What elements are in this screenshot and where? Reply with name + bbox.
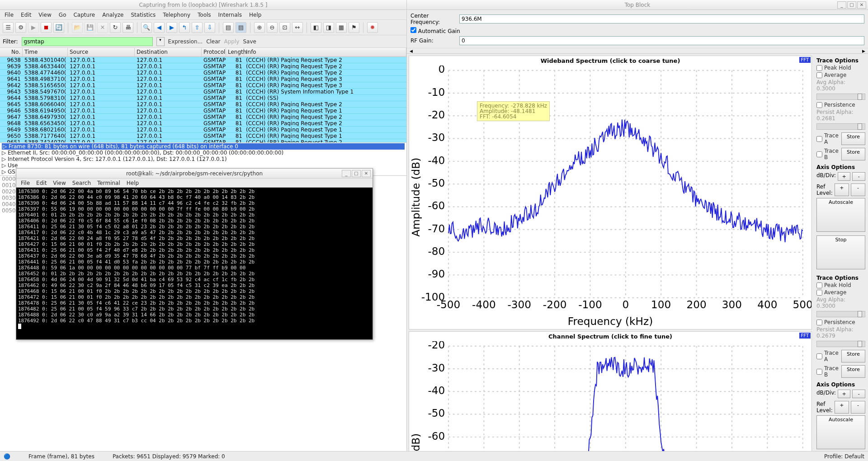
menu-terminal[interactable]: Terminal [97, 180, 120, 186]
col-time[interactable]: Time [23, 48, 68, 56]
zoom-in-icon[interactable]: ⊕ [254, 22, 265, 33]
autoscale-button[interactable]: Autoscale [816, 415, 865, 449]
menu-statistics[interactable]: Statistics [131, 12, 156, 18]
trace-b-checkbox[interactable]: Trace B [816, 148, 840, 160]
close-icon[interactable]: ✕ [857, 1, 866, 9]
table-row[interactable]: 96455388.6066040(127.0.0.1127.0.0.1GSMTA… [0, 101, 406, 108]
terminal-window[interactable]: root@kali: ~/sdr/airprobe/gsm-receiver/s… [16, 168, 373, 340]
menu-analyze[interactable]: Analyze [102, 12, 123, 18]
find-icon[interactable]: 🔍 [141, 22, 152, 33]
peak-hold-checkbox[interactable]: Peak Hold [816, 65, 865, 71]
filter-dropdown-icon[interactable]: ▾ [156, 37, 165, 46]
dissect-line[interactable]: ▷ Internet Protocol Version 4, Src: 127.… [2, 156, 405, 162]
prev-icon[interactable]: ◀ [154, 22, 165, 33]
status-profile[interactable]: Profile: Default [824, 453, 864, 460]
open-icon[interactable]: 📂 [72, 22, 83, 33]
table-row[interactable]: 96465388.6194950(127.0.0.1127.0.0.1GSMTA… [0, 108, 406, 114]
interfaces-icon[interactable]: ☰ [3, 22, 14, 33]
dbdiv-plus-button[interactable]: + [838, 390, 851, 398]
save-icon[interactable]: 💾 [85, 22, 95, 33]
col-proto[interactable]: Protocol [202, 48, 226, 56]
store-a-button[interactable]: Store [841, 350, 865, 362]
col-info[interactable]: Info [244, 48, 406, 56]
maximize-icon[interactable]: □ [847, 1, 856, 9]
dissect-line[interactable]: ▷ Use [2, 162, 405, 169]
table-row[interactable]: 96405388.4774460(127.0.0.1127.0.0.1GSMTA… [0, 70, 406, 76]
col-src[interactable]: Source [68, 48, 135, 56]
filter-expression-button[interactable]: Expression... [168, 38, 203, 45]
menu-view[interactable]: View [38, 12, 51, 18]
reload-icon[interactable]: ↻ [110, 22, 121, 33]
menu-internals[interactable]: Internals [218, 12, 242, 18]
menu-capture[interactable]: Capture [73, 12, 95, 18]
menu-edit[interactable]: Edit [36, 180, 47, 186]
prefs-icon[interactable]: ⚑ [349, 22, 359, 33]
next-icon[interactable]: ▶ [166, 22, 177, 33]
table-row[interactable]: 96475388.6497930(127.0.0.1127.0.0.1GSMTA… [0, 114, 406, 120]
first-icon[interactable]: ⇧ [192, 22, 203, 33]
capture-filters-icon[interactable]: ◧ [311, 22, 321, 33]
store-b-button[interactable]: Store [841, 148, 865, 160]
peak-hold-checkbox[interactable]: Peak Hold [816, 282, 865, 288]
colorize-icon[interactable]: ▤ [223, 22, 234, 33]
table-row[interactable]: 96515388.7424070(127.0.0.1127.0.0.1GSMTA… [0, 139, 406, 143]
avg-alpha-slider[interactable] [816, 94, 865, 100]
fft-badge[interactable]: FFT [799, 333, 811, 339]
table-row[interactable]: 96385388.4301040(127.0.0.1127.0.0.1GSMTA… [0, 57, 406, 63]
menu-tools[interactable]: Tools [198, 12, 211, 18]
close-file-icon[interactable]: ✕ [97, 22, 108, 33]
center-freq-input[interactable] [459, 14, 864, 24]
autoscale-button[interactable]: Autoscale [816, 198, 865, 232]
menu-go[interactable]: Go [59, 12, 66, 18]
dbdiv-minus-button[interactable]: - [852, 172, 865, 181]
persistence-checkbox[interactable]: Persistence [816, 319, 865, 325]
terminal-body[interactable]: 1876380 0: 2d 06 22 00 4a b0 89 b6 54 70… [16, 188, 373, 339]
scrollbar-right-icon[interactable]: ▶ [862, 49, 865, 53]
table-row[interactable]: 96425388.5165650(127.0.0.1127.0.0.1GSMTA… [0, 82, 406, 89]
trace-b-checkbox[interactable]: Trace B [816, 365, 840, 378]
zoom-out-icon[interactable]: ⊖ [267, 22, 278, 33]
close-icon[interactable]: ✕ [362, 170, 371, 177]
dbdiv-plus-button[interactable]: + [838, 172, 851, 181]
table-row[interactable]: 96495388.6802160(127.0.0.1127.0.0.1GSMTA… [0, 127, 406, 133]
menu-help[interactable]: Help [249, 12, 261, 18]
table-row[interactable]: 96485388.6563450(127.0.0.1127.0.0.1GSMTA… [0, 120, 406, 127]
packet-list[interactable]: No. Time Source Destination Protocol Len… [0, 48, 406, 143]
minimize-icon[interactable]: _ [837, 1, 846, 9]
ref-plus-button[interactable]: + [835, 183, 849, 196]
goto-icon[interactable]: ↰ [179, 22, 190, 33]
table-row[interactable]: 96505388.7177640(127.0.0.1127.0.0.1GSMTA… [0, 133, 406, 139]
filter-clear-button[interactable]: Clear [206, 38, 220, 45]
table-row[interactable]: 96415388.4983710(127.0.0.1127.0.0.1GSMTA… [0, 76, 406, 82]
trace-a-checkbox[interactable]: Trace A [816, 350, 840, 362]
channel-plot[interactable]: Channel Spectrum (click to fine tune) FF… [409, 331, 812, 451]
start-capture-icon[interactable]: ▶ [28, 22, 39, 33]
ref-minus-button[interactable]: - [851, 401, 865, 414]
resize-cols-icon[interactable]: ↔ [292, 22, 303, 33]
last-icon[interactable]: ⇩ [204, 22, 215, 33]
print-icon[interactable]: 🖶 [123, 22, 133, 33]
persist-alpha-slider[interactable] [816, 123, 865, 130]
filter-save-button[interactable]: Save [243, 38, 256, 45]
store-a-button[interactable]: Store [841, 132, 865, 145]
average-checkbox[interactable]: Average [816, 289, 865, 296]
options-icon[interactable]: ⚙ [15, 22, 26, 33]
menu-help[interactable]: Help [127, 180, 139, 186]
zoom-fit-icon[interactable]: ⊡ [279, 22, 290, 33]
table-row[interactable]: 96435388.5497670(127.0.0.1127.0.0.1GSMTA… [0, 89, 406, 95]
automatic-gain-checkbox[interactable]: Automatic Gain [410, 27, 864, 34]
help-icon[interactable]: ✹ [367, 22, 378, 33]
table-row[interactable]: 96395388.4633440(127.0.0.1127.0.0.1GSMTA… [0, 63, 406, 70]
menu-telephony[interactable]: Telephony [163, 12, 190, 18]
coloring-rules-icon[interactable]: ▦ [336, 22, 347, 33]
filter-input[interactable] [22, 37, 153, 46]
col-no[interactable]: No. [0, 48, 23, 56]
display-filters-icon[interactable]: ◨ [323, 22, 334, 33]
menu-search[interactable]: Search [72, 180, 91, 186]
rf-gain-input[interactable] [459, 36, 864, 45]
dbdiv-minus-button[interactable]: - [852, 390, 865, 398]
col-len[interactable]: Length [226, 48, 244, 56]
ref-plus-button[interactable]: + [835, 401, 849, 414]
fft-badge[interactable]: FFT [799, 57, 811, 63]
autoscroll-icon[interactable]: ▤ [236, 22, 246, 33]
